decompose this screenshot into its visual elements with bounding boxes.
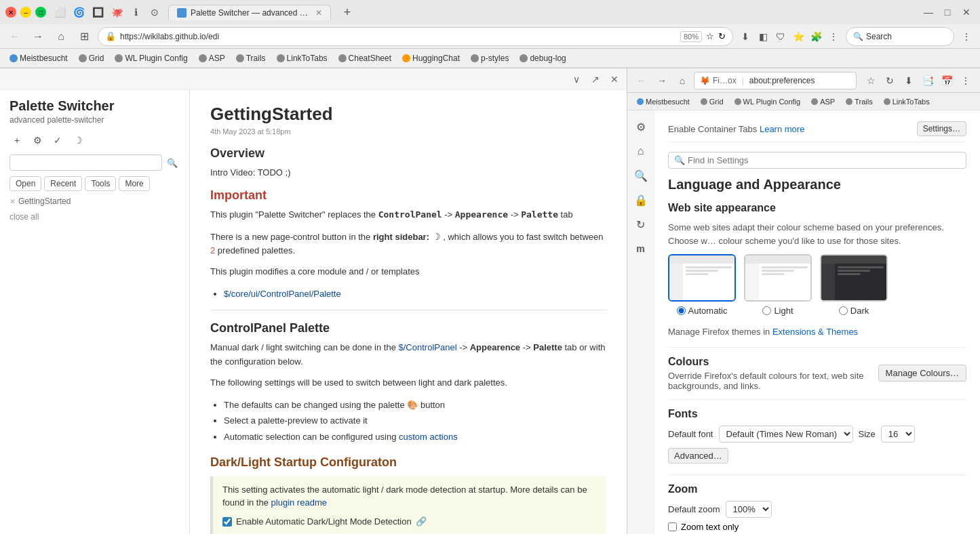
zoom-badge[interactable]: 80% xyxy=(680,31,702,42)
browser-icon-4[interactable]: 🐙 xyxy=(109,4,125,20)
bookmark-huggingchat[interactable]: HuggingChat xyxy=(398,52,464,64)
wiki-link-2[interactable]: 2 xyxy=(210,245,215,255)
palette-add-button[interactable]: + xyxy=(9,133,24,148)
wiki-callout-link[interactable]: plugin readme xyxy=(271,497,327,508)
palette-moon-button[interactable]: ☽ xyxy=(71,133,85,148)
ff-bk-trails[interactable]: Trails xyxy=(842,97,876,106)
forward-button[interactable]: → xyxy=(28,27,47,46)
ff-appearance-dark[interactable]: Dark xyxy=(820,254,888,316)
ff-bk-asp[interactable]: ASP xyxy=(807,97,839,106)
ff-bk-meistbesucht[interactable]: Meistbesucht xyxy=(633,97,694,106)
palette-tab-open[interactable]: Open xyxy=(9,176,41,191)
ff-bk-grid[interactable]: Grid xyxy=(697,97,728,106)
ff-download-icon[interactable]: ⬇ xyxy=(900,72,918,89)
ff-bk-wl[interactable]: WL Plugin Config xyxy=(730,97,805,106)
bookmark-cheatsheet[interactable]: CheatSheet xyxy=(334,52,395,64)
bookmark-linktotabs[interactable]: LinkToTabs xyxy=(273,52,332,64)
ff-zoom-text-only-checkbox[interactable] xyxy=(668,522,677,531)
browser-icon-3[interactable]: 🔲 xyxy=(90,4,106,20)
wiki-cp-link[interactable]: $/ControlPanel xyxy=(399,342,457,352)
browser-icon-2[interactable]: 🌀 xyxy=(71,4,87,20)
ff-sidebar-sync-icon[interactable]: ↻ xyxy=(630,213,652,235)
minimize-button[interactable]: – xyxy=(20,7,31,18)
grid-button[interactable]: ⊞ xyxy=(75,27,94,46)
active-tab[interactable]: Palette Switcher — advanced palet… ✕ xyxy=(168,5,331,20)
window-controls[interactable]: ✕ – □ xyxy=(5,7,46,18)
ff-sidebar-m-icon[interactable]: m xyxy=(630,238,652,260)
ff-radio-auto[interactable] xyxy=(677,306,686,315)
ff-sidebar-settings-icon[interactable]: ⚙ xyxy=(630,116,652,138)
browser-icon-5[interactable]: ℹ xyxy=(128,4,144,20)
ff-appearance-light[interactable]: Light xyxy=(744,254,812,316)
ff-zoom-select[interactable]: 100% xyxy=(726,501,772,518)
wiki-collapse-icon[interactable]: ∨ xyxy=(570,73,583,86)
ff-radio-light[interactable] xyxy=(762,306,771,315)
ff-back-button[interactable]: ← xyxy=(633,72,650,89)
bookmark-asp[interactable]: ASP xyxy=(195,52,229,64)
palette-tab-tools[interactable]: Tools xyxy=(85,176,116,191)
close-win-icon[interactable]: ✕ xyxy=(958,4,975,20)
ff-home-button[interactable]: ⌂ xyxy=(673,72,691,89)
ff-bk-linktotabs[interactable]: LinkToTabs xyxy=(880,97,934,106)
ff-size-select[interactable]: 16 xyxy=(881,426,915,443)
palette-search-icon[interactable]: 🔍 xyxy=(165,155,180,170)
ff-refresh-icon[interactable]: ↻ xyxy=(881,72,899,89)
ff-font-select[interactable]: Default (Times New Roman) xyxy=(719,426,853,443)
learn-more-link[interactable]: Learn more xyxy=(760,124,804,134)
bookmark-trails[interactable]: Trails xyxy=(232,52,270,64)
more-tools-icon[interactable]: ⋮ xyxy=(825,28,842,45)
search-bar[interactable]: 🔍 Search xyxy=(846,27,954,46)
wiki-expand-icon[interactable]: ↗ xyxy=(589,73,602,86)
back-button[interactable]: ← xyxy=(5,27,24,46)
wiki-link-icon[interactable]: 🔗 xyxy=(416,515,427,529)
address-bar[interactable]: 🔒 https://wikilabs.github.io/edi 80% ☆ ↻ xyxy=(98,27,733,46)
maximize-button[interactable]: □ xyxy=(35,7,46,18)
wiki-checkbox[interactable] xyxy=(222,517,232,527)
palette-close-all[interactable]: close all xyxy=(0,209,189,224)
palette-tab-more[interactable]: More xyxy=(119,176,149,191)
palette-item-close-icon[interactable]: ✕ xyxy=(9,197,16,206)
tab-close-icon[interactable]: ✕ xyxy=(315,8,322,18)
bookmark-grid[interactable]: Grid xyxy=(75,52,109,64)
palette-search-input[interactable] xyxy=(9,155,162,171)
star-icon[interactable]: ☆ xyxy=(706,31,714,41)
palette-settings-button[interactable]: ⚙ xyxy=(30,133,45,148)
ff-sidebar-home-icon[interactable]: ⌂ xyxy=(630,140,652,162)
ff-more-icon[interactable]: ⋮ xyxy=(957,72,975,89)
restore-win-icon[interactable]: □ xyxy=(939,4,956,20)
browser-icon-1[interactable]: ⬜ xyxy=(52,4,68,20)
new-tab-button[interactable]: + xyxy=(339,4,355,20)
ff-find-in-settings[interactable]: 🔍 xyxy=(668,152,966,169)
wiki-link-controlpanel[interactable]: $/core/ui/ControlPanel/Palette xyxy=(224,289,341,299)
ff-forward-button[interactable]: → xyxy=(653,72,671,89)
palette-tab-recent[interactable]: Recent xyxy=(44,176,82,191)
palette-check-button[interactable]: ✓ xyxy=(50,133,65,148)
ff-settings-button[interactable]: Settings… xyxy=(917,121,966,136)
more-nav-icon[interactable]: ⋮ xyxy=(958,28,975,45)
bookmark-debuglog[interactable]: debug-log xyxy=(515,52,570,64)
bookmark-meistbesucht[interactable]: Meistbesucht xyxy=(5,52,72,64)
ff-address-bar[interactable]: 🦊 Fi…ox | about:preferences xyxy=(694,72,857,89)
extension-icon[interactable]: 🧩 xyxy=(808,28,824,45)
wiki-custom-actions-link[interactable]: custom actions xyxy=(399,432,458,442)
sidebar-icon[interactable]: ◧ xyxy=(755,28,771,45)
ff-bookmark-icon[interactable]: 📑 xyxy=(919,72,937,89)
ff-history-icon[interactable]: 📅 xyxy=(938,72,956,89)
bookmark-star-icon[interactable]: ⭐ xyxy=(790,28,806,45)
home-button[interactable]: ⌂ xyxy=(52,27,71,46)
close-button[interactable]: ✕ xyxy=(5,7,16,18)
bookmark-wl-plugin[interactable]: WL Plugin Config xyxy=(111,52,191,64)
shield-icon[interactable]: 🛡 xyxy=(772,28,789,45)
ff-manage-colours-button[interactable]: Manage Colours… xyxy=(878,365,966,382)
ff-radio-dark[interactable] xyxy=(839,306,848,315)
browser-icon-6[interactable]: ⊙ xyxy=(146,4,163,20)
wiki-close-icon[interactable]: ✕ xyxy=(608,73,621,86)
ff-appearance-auto[interactable]: Automatic xyxy=(668,254,736,316)
ff-extensions-themes-link[interactable]: Extensions & Themes xyxy=(772,327,858,337)
download-icon[interactable]: ⬇ xyxy=(737,28,753,45)
ff-sidebar-search-icon[interactable]: 🔍 xyxy=(630,165,652,186)
ff-advanced-button[interactable]: Advanced… xyxy=(668,448,728,464)
ff-find-input[interactable] xyxy=(688,155,960,165)
minimize-win-icon[interactable]: — xyxy=(920,4,937,20)
bookmark-pstyles[interactable]: p-styles xyxy=(467,52,513,64)
